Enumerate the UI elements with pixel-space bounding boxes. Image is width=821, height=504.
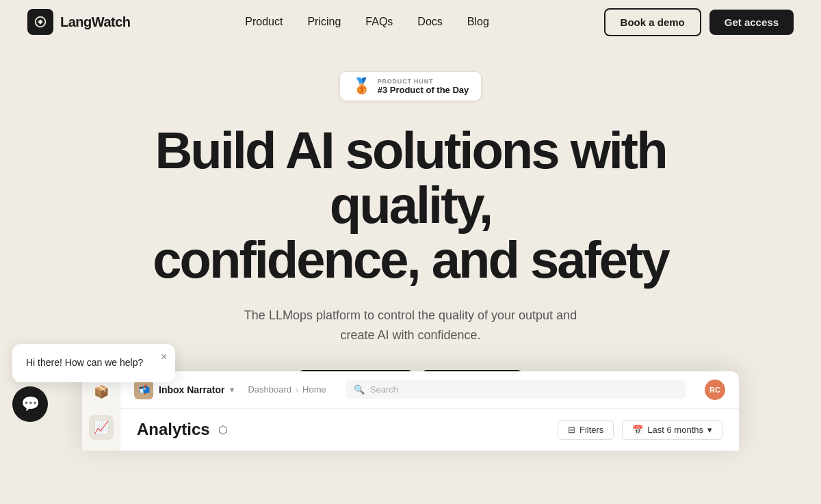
search-bar[interactable]: 🔍 Search [346, 380, 686, 399]
user-avatar: RC [705, 380, 725, 400]
product-hunt-badge: 🥉 PRODUCT HUNT #3 Product of the Day [339, 71, 482, 101]
app-topbar: 📬 Inbox Narrator ▾ Dashboard › Home 🔍 Se… [120, 371, 739, 409]
nav-blog[interactable]: Blog [467, 16, 489, 27]
hero-subtext: The LLMops platform to control the quali… [233, 306, 588, 345]
user-initials: RC [709, 386, 720, 394]
ph-title: #3 Product of the Day [378, 85, 469, 95]
app-actions: ⊟ Filters 📅 Last 6 months ▾ [558, 420, 722, 440]
chat-bubble: × Hi there! How can we help? [12, 344, 175, 382]
sidebar-icon-analytics[interactable]: 📈 [89, 415, 114, 440]
workspace-icon: 📬 [134, 380, 153, 399]
nav-links: Product Pricing FAQs Docs Blog [245, 16, 489, 28]
hero-headline-line1: Build AI solutions with quality, [155, 121, 666, 234]
chat-close-button[interactable]: × [161, 351, 167, 363]
sidebar-icon-package[interactable]: 📦 [89, 380, 114, 404]
breadcrumb-current: Home [302, 384, 326, 395]
nav-actions: Book a demo Get access [604, 8, 794, 36]
ph-text: PRODUCT HUNT #3 Product of the Day [378, 78, 469, 95]
date-range-button[interactable]: 📅 Last 6 months ▾ [622, 420, 722, 440]
breadcrumb-separator: › [296, 385, 298, 395]
date-range-label: Last 6 months [647, 425, 703, 435]
app-preview: 📦 📈 📬 Inbox Narrator ▾ Dashboard › Home … [82, 371, 739, 451]
breadcrumb-root: Dashboard [248, 384, 291, 395]
logo-icon [27, 9, 53, 35]
nav-book-demo-button[interactable]: Book a demo [604, 8, 701, 36]
hero-section: 🥉 PRODUCT HUNT #3 Product of the Day Bui… [0, 44, 821, 437]
hero-headline-line2: confidence, and safety [153, 230, 668, 289]
app-sidebar: 📦 📈 [82, 371, 120, 451]
medal-icon: 🥉 [352, 77, 371, 95]
share-icon[interactable]: ⬡ [218, 423, 228, 436]
search-placeholder: Search [370, 384, 398, 395]
workspace-name: Inbox Narrator [159, 384, 224, 395]
workspace-chevron-icon: ▾ [230, 385, 234, 395]
chat-toggle-button[interactable]: 💬 [12, 386, 48, 422]
nav-pricing[interactable]: Pricing [307, 16, 341, 27]
nav-product[interactable]: Product [245, 16, 283, 27]
logo[interactable]: LangWatch [27, 9, 131, 35]
calendar-icon: 📅 [632, 425, 643, 435]
workspace-selector[interactable]: 📬 Inbox Narrator ▾ [134, 380, 234, 399]
logo-text: LangWatch [60, 14, 131, 30]
app-inner: 📬 Inbox Narrator ▾ Dashboard › Home 🔍 Se… [120, 371, 739, 451]
date-chevron-icon: ▾ [707, 425, 712, 435]
ph-label: PRODUCT HUNT [378, 78, 469, 85]
app-content: Analytics ⬡ ⊟ Filters 📅 Last 6 months ▾ [120, 409, 739, 451]
navbar: LangWatch Product Pricing FAQs Docs Blog… [0, 0, 821, 44]
filter-icon: ⊟ [568, 425, 575, 435]
chat-icon: 💬 [21, 395, 40, 413]
nav-faqs[interactable]: FAQs [365, 16, 393, 27]
filters-label: Filters [579, 425, 603, 435]
nav-docs[interactable]: Docs [417, 16, 442, 27]
breadcrumb: Dashboard › Home [248, 384, 326, 395]
analytics-header: Analytics ⬡ [137, 420, 228, 439]
nav-get-access-button[interactable]: Get access [709, 10, 794, 35]
search-icon: 🔍 [354, 384, 365, 395]
hero-headline: Build AI solutions with quality, confide… [68, 123, 753, 287]
filters-button[interactable]: ⊟ Filters [558, 420, 614, 440]
chat-message: Hi there! How can we help? [26, 357, 143, 368]
analytics-title: Analytics [137, 420, 210, 439]
